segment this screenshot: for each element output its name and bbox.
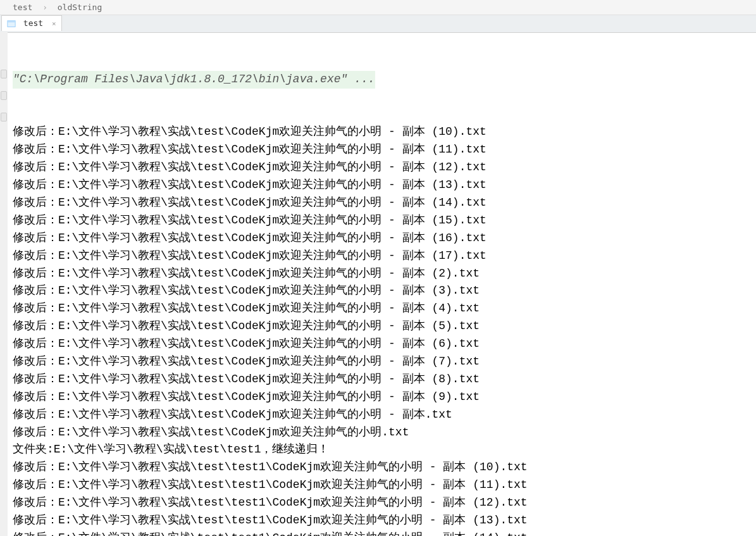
- console-line: 修改后：E:\文件\学习\教程\实战\test\test1\CodeKjm欢迎关…: [13, 512, 756, 530]
- console-gutter: [0, 32, 8, 536]
- svg-rect-1: [8, 20, 15, 22]
- console-line: 修改后：E:\文件\学习\教程\实战\test\CodeKjm欢迎关注帅气的小明…: [13, 353, 756, 371]
- console-line: 修改后：E:\文件\学习\教程\实战\test\CodeKjm欢迎关注帅气的小明…: [13, 247, 756, 265]
- console-line: 修改后：E:\文件\学习\教程\实战\test\CodeKjm欢迎关注帅气的小明…: [13, 265, 756, 283]
- console-line: 修改后：E:\文件\学习\教程\实战\test\CodeKjm欢迎关注帅气的小明…: [13, 335, 756, 353]
- console-line: 修改后：E:\文件\学习\教程\实战\test\CodeKjm欢迎关注帅气的小明…: [13, 300, 756, 318]
- console-line: 修改后：E:\文件\学习\教程\实战\test\CodeKjm欢迎关注帅气的小明…: [13, 159, 756, 177]
- console-output[interactable]: "C:\Program Files\Java\jdk1.8.0_172\bin\…: [0, 33, 756, 536]
- console-line: 修改后：E:\文件\学习\教程\实战\test\CodeKjm欢迎关注帅气的小明…: [13, 318, 756, 335]
- console-line: 修改后：E:\文件\学习\教程\实战\test\CodeKjm欢迎关注帅气的小明…: [13, 141, 756, 159]
- console-line: 文件夹:E:\文件\学习\教程\实战\test\test1，继续递归！: [13, 441, 756, 459]
- console-line: 修改后：E:\文件\学习\教程\实战\test\CodeKjm欢迎关注帅气的小明…: [13, 123, 756, 141]
- close-icon[interactable]: ×: [52, 20, 56, 28]
- console-line: 修改后：E:\文件\学习\教程\实战\test\CodeKjm欢迎关注帅气的小明…: [13, 406, 756, 424]
- tab-label: test: [23, 18, 43, 28]
- tab-test[interactable]: test ×: [1, 15, 62, 31]
- gutter-marker[interactable]: [1, 113, 7, 122]
- breadcrumb-item-test[interactable]: test: [13, 3, 32, 12]
- tab-bar: test ×: [0, 15, 756, 33]
- console-command-line: "C:\Program Files\Java\jdk1.8.0_172\bin\…: [13, 71, 756, 89]
- breadcrumb-item-oldstring[interactable]: oldString: [58, 3, 102, 12]
- gutter-marker[interactable]: [1, 70, 7, 78]
- chevron-right-icon: ›: [42, 3, 47, 12]
- console-line: 修改后：E:\文件\学习\教程\实战\test\CodeKjm欢迎关注帅气的小明…: [13, 230, 756, 247]
- console-line: 修改后：E:\文件\学习\教程\实战\test\test1\CodeKjm欢迎关…: [13, 459, 756, 477]
- console-line: 修改后：E:\文件\学习\教程\实战\test\CodeKjm欢迎关注帅气的小明…: [13, 212, 756, 230]
- run-config-icon: [7, 20, 16, 28]
- console-line: 修改后：E:\文件\学习\教程\实战\test\CodeKjm欢迎关注帅气的小明…: [13, 282, 756, 300]
- console-line: 修改后：E:\文件\学习\教程\实战\test\CodeKjm欢迎关注帅气的小明…: [13, 389, 756, 406]
- console-line: 修改后：E:\文件\学习\教程\实战\test\test1\CodeKjm欢迎关…: [13, 477, 756, 494]
- console-line: 修改后：E:\文件\学习\教程\实战\test\CodeKjm欢迎关注帅气的小明…: [13, 194, 756, 212]
- console-line: 修改后：E:\文件\学习\教程\实战\test\test1\CodeKjm欢迎关…: [13, 494, 756, 512]
- console-line: 修改后：E:\文件\学习\教程\实战\test\CodeKjm欢迎关注帅气的小明…: [13, 371, 756, 389]
- command-text: "C:\Program Files\Java\jdk1.8.0_172\bin\…: [13, 71, 375, 89]
- console-line: 修改后：E:\文件\学习\教程\实战\test\CodeKjm欢迎关注帅气的小明…: [13, 177, 756, 194]
- console-line: 修改后：E:\文件\学习\教程\实战\test\test1\CodeKjm欢迎关…: [13, 530, 756, 536]
- gutter-marker[interactable]: [1, 91, 7, 100]
- console-line: 修改后：E:\文件\学习\教程\实战\test\CodeKjm欢迎关注帅气的小明…: [13, 424, 756, 442]
- breadcrumb: test › oldString: [0, 0, 756, 15]
